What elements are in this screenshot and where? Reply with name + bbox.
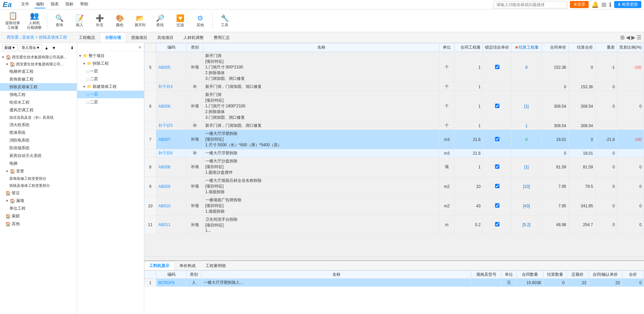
nav-menu-icon[interactable]: ☰ bbox=[637, 34, 641, 41]
tab-overview[interactable]: 工程概况 bbox=[74, 33, 100, 43]
sidebar-download-icon[interactable]: ⬇ bbox=[69, 46, 75, 50]
table-row[interactable]: 补子目4 补 新开门洞，门洞加固、洞口修复 个 1 0 152.36 0 bbox=[145, 83, 644, 91]
bottom-tab-qty[interactable]: 工程量明细 bbox=[201, 261, 231, 270]
toolbar-btn-staffing[interactable]: 👥 人材机分期调整 bbox=[24, 10, 44, 31]
bottom-tab-labor[interactable]: 工料机显示 bbox=[144, 261, 174, 270]
nav-right-icon[interactable]: ▶ bbox=[631, 34, 635, 41]
sidebar-item-claim[interactable]: 🏠 索赔 bbox=[0, 212, 77, 220]
sidebar-down-icon[interactable]: ▼ bbox=[51, 46, 57, 50]
tab-labor[interactable]: 人材机调整 bbox=[178, 33, 209, 43]
table-row[interactable]: 9 AB009 补项 一楼大厅墙面石材企业名称拆除[项目特征]1.墙面拆除 m2… bbox=[145, 177, 644, 196]
sidebar-item-project[interactable]: ▼ 🏠 西安爱生技术集团有限公司... bbox=[0, 61, 77, 68]
toolbar-btn-tools[interactable]: 🔧 工具 bbox=[215, 13, 234, 29]
sidebar-item-omit[interactable]: ▼ 🏠 漏项 bbox=[0, 197, 77, 205]
cell-lock-price[interactable] bbox=[483, 216, 512, 234]
tab-measures[interactable]: 措施项目 bbox=[126, 33, 152, 43]
lock-checkbox[interactable] bbox=[495, 222, 499, 226]
sidebar-item-demolish[interactable]: 拆除及墙体工程 bbox=[0, 83, 77, 91]
notification-icon[interactable]: 🔔 bbox=[591, 1, 599, 8]
lock-checkbox[interactable] bbox=[495, 104, 499, 108]
sidebar-item-unit[interactable]: 单位工程 bbox=[0, 205, 77, 212]
sidebar-item-electrical[interactable]: 强电工程 bbox=[0, 91, 77, 99]
mtree-item-demo[interactable]: ▼ 📁 拆除工程 bbox=[77, 60, 144, 67]
sidebar-item-plumbing[interactable]: 给排水工程 bbox=[0, 99, 77, 106]
sidebar-new-button[interactable]: 新建▼ bbox=[2, 44, 18, 51]
tab-other[interactable]: 其他项目 bbox=[152, 33, 178, 43]
cell-lock-price[interactable] bbox=[483, 149, 512, 157]
info-icon[interactable]: ℹ bbox=[609, 1, 611, 8]
sidebar-item-escalator[interactable]: 电梯 bbox=[0, 160, 77, 167]
mtree-item-all[interactable]: ▼ 📁 整个项目 bbox=[77, 52, 144, 60]
table-row[interactable]: 补子目5 补 新开门洞，门洞加固、洞口修复 个 1 1 308.54 308.5… bbox=[145, 122, 644, 130]
sidebar-item-decoration[interactable]: 装饰装修工程 bbox=[0, 75, 77, 83]
breadcrumb-link[interactable]: 西安爱...堂改造 > 拆除及墙体工程 bbox=[7, 35, 67, 40]
mtree-item-demo-l2[interactable]: □ 二层 bbox=[77, 75, 144, 83]
table-row[interactable]: 7 AB007 补项 一楼大厅浮塑拆除[项目特征]1.尺寸:5000（长）*60… bbox=[145, 130, 644, 149]
lock-checkbox[interactable] bbox=[495, 65, 499, 69]
bottom-tab-price[interactable]: 单价构成 bbox=[174, 261, 201, 270]
bottom-table-row[interactable]: 1 BCRGF6 人 一楼大厅浮塑拆除人… 元 15.6038 0 23 23 … bbox=[145, 279, 644, 287]
sidebar-item-company[interactable]: ▼ 🏠 西安爱生技术集团有限公司高新... bbox=[0, 54, 77, 61]
lock-checkbox[interactable] bbox=[495, 203, 499, 208]
toolbar-btn-query[interactable]: 🔍 查询 bbox=[50, 13, 69, 29]
table-row[interactable]: 6 AB006 补项 新开门洞[项目特征]1.门洞尺寸:1800*21002.拆… bbox=[145, 91, 644, 122]
menu-edit[interactable]: 编制 bbox=[35, 1, 45, 8]
toolbar-btn-insert[interactable]: 📝 插入 bbox=[70, 13, 89, 29]
collapse-left-button[interactable]: « bbox=[137, 44, 143, 50]
toolbar-btn-filter[interactable]: 🔽 过滤 bbox=[171, 13, 190, 29]
mtree-item-new-l2[interactable]: □ 二层 bbox=[77, 98, 144, 106]
tab-parts[interactable]: 分部分项 bbox=[100, 33, 126, 43]
mtree-item-new[interactable]: ▼ 📁 新建墙体工程 bbox=[77, 83, 144, 91]
grid-icon[interactable]: ⊞ bbox=[601, 1, 606, 8]
cell-lock-price[interactable] bbox=[483, 177, 512, 196]
mtree-item-demo-l1[interactable]: □ 一层 bbox=[77, 67, 144, 75]
search-input[interactable] bbox=[493, 1, 567, 8]
sidebar-item-pressurize[interactable]: 加压送风及送（补）风系统 bbox=[0, 114, 77, 121]
cell-lock-price[interactable] bbox=[483, 196, 512, 216]
toolbar-btn-find[interactable]: 🔎 查找 bbox=[151, 13, 169, 29]
lock-checkbox[interactable] bbox=[495, 164, 499, 169]
horizontal-scrollbar[interactable] bbox=[144, 256, 644, 260]
cell-lock-price[interactable] bbox=[483, 122, 512, 130]
sidebar-item-misc[interactable]: 🏠 其他 bbox=[0, 220, 77, 228]
cell-lock-price[interactable] bbox=[483, 157, 512, 177]
menu-report[interactable]: 报表 bbox=[49, 1, 60, 8]
table-row[interactable]: 8 AB008 补项 一楼大厅沙盘拆除[项目特征]1.圆形沙盘摆件 项 1 [1… bbox=[145, 157, 644, 177]
sidebar-item-change[interactable]: ▼ 🏠 变更 bbox=[0, 167, 77, 175]
cell-lock-price[interactable] bbox=[483, 130, 512, 149]
table-row[interactable]: 补子目6 补 一楼大厅浮塑拆除 m3 21.6 0 18.01 0 bbox=[145, 149, 644, 157]
mtree-item-new-l1[interactable]: □ 一层 bbox=[77, 91, 144, 98]
sidebar-item-smoke[interactable]: 防排烟系统 bbox=[0, 144, 77, 152]
table-row[interactable]: 11 AB011 补项 卫生间洗手台拆除[项目特征]1... m 5.2 [5.… bbox=[145, 216, 644, 234]
cell-lock-price[interactable] bbox=[483, 83, 512, 91]
login-button[interactable]: 未登录 bbox=[570, 1, 589, 8]
menu-help[interactable]: 帮助 bbox=[79, 1, 90, 8]
lock-checkbox[interactable] bbox=[495, 137, 499, 141]
nav-left-icon[interactable]: ◀ bbox=[626, 34, 630, 41]
lock-checkbox[interactable] bbox=[495, 184, 499, 188]
toolbar-btn-supplement[interactable]: ➕ 补充 bbox=[90, 13, 109, 29]
table-row[interactable]: 10 AB010 补项 一楼墙面广告牌拆除[项目特征]1.墙面拆除 m2 43 … bbox=[145, 196, 644, 216]
sidebar-item-change-deco[interactable]: 装饰装修工程变更部分 bbox=[0, 175, 77, 182]
layout-icon-1[interactable]: ⊞ bbox=[620, 34, 625, 41]
sidebar-import-button[interactable]: 导入导出▼ bbox=[19, 44, 42, 51]
sidebar-item-hvac[interactable]: 通风空调工程 bbox=[0, 106, 77, 114]
menu-indicator[interactable]: 指标 bbox=[64, 1, 75, 8]
sidebar-item-elevator[interactable]: 电梯井道工程 bbox=[0, 68, 77, 75]
sidebar-item-sprinkler[interactable]: 喷淋系统 bbox=[0, 129, 77, 137]
toolbar-btn-extract[interactable]: 📋 提取结算工程量 bbox=[3, 10, 23, 31]
sidebar-item-fire-hydrant[interactable]: 消火栓系统 bbox=[0, 121, 77, 129]
toolbar-btn-color[interactable]: 🎨 颜色 bbox=[110, 13, 129, 29]
sidebar-item-change-demo[interactable]: 拆除及墙体工程变更部分 bbox=[0, 182, 77, 189]
sidebar-item-cert[interactable]: 🏠 签证 bbox=[0, 189, 77, 197]
update-button[interactable]: ⬆ 检查更新 bbox=[614, 1, 641, 8]
table-row[interactable]: 5 AB005 补项 新开门洞[项目特征]1.门洞尺寸:900*21002.拆除… bbox=[145, 52, 644, 83]
cell-lock-price[interactable] bbox=[483, 91, 512, 122]
tab-fees[interactable]: 费用汇总 bbox=[209, 33, 235, 43]
sidebar-item-fire-elec[interactable]: 消防电系统 bbox=[0, 137, 77, 144]
cell-lock-price[interactable] bbox=[483, 52, 512, 83]
menu-file[interactable]: 文件 bbox=[20, 1, 31, 8]
sidebar-up-icon[interactable]: ▲ bbox=[44, 46, 50, 50]
toolbar-btn-other[interactable]: ⚙ 其他 bbox=[191, 13, 210, 29]
sidebar-item-kitchen[interactable]: 厨房自动灭火系统 bbox=[0, 152, 77, 160]
